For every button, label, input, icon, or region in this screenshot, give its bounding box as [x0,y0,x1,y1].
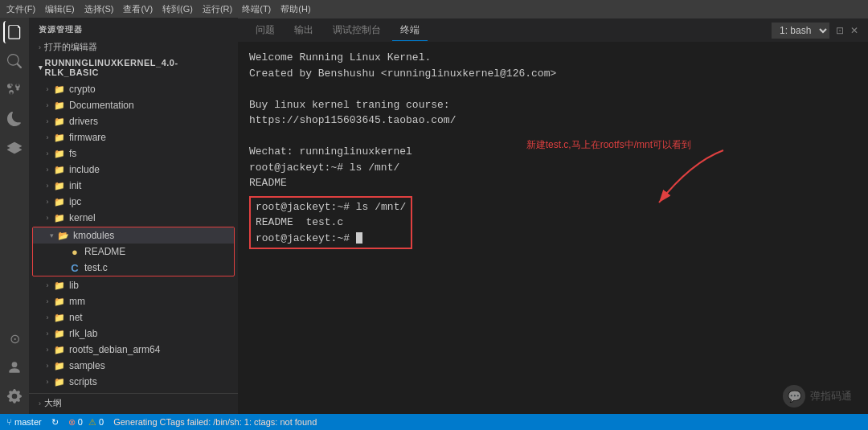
terminal-area[interactable]: Welcome Running Linux Kernel. Created by… [238,42,868,414]
terminal-line-9: README [249,175,857,191]
menu-file[interactable]: 文件(F) [6,3,35,15]
terminal-close-icon[interactable]: ✕ [850,25,858,36]
terminal-maximize-icon[interactable]: ⊡ [836,25,844,36]
root-folder[interactable]: ▾ RUNNINGLINUXKERNEL_4.0-RLK_BASIC [29,55,238,80]
kmodules-highlight-box: ▾ 📂 kmodules ● README C test.c [32,227,235,276]
tree-item-ipc[interactable]: › 📁 ipc [29,194,238,210]
tree-label-crypto: crypto [69,84,96,95]
folder-icon-init: 📁 [53,179,66,192]
tree-item-kernel[interactable]: › 📁 kernel [29,210,238,226]
menu-view[interactable]: 查看(V) [123,3,153,15]
tree-arrow-mm: › [42,297,53,305]
dagang-label: 大纲 [44,397,62,409]
tree-arrow-documentation: › [42,101,53,109]
folder-icon-firmware: 📁 [53,131,66,144]
menu-select[interactable]: 选择(S) [84,3,114,15]
tree-label-samples: samples [69,360,105,371]
folder-icon-crypto: 📁 [53,83,66,96]
open-editors-section[interactable]: › 打开的编辑器 [29,39,238,55]
tree-label-firmware: firmware [69,132,106,143]
tree-label-ipc: ipc [69,196,81,207]
menu-run[interactable]: 运行(R) [203,3,232,15]
menu-terminal[interactable]: 终端(T) [242,3,271,15]
file-tree: › 📁 crypto › 📁 Documentation › 📁 drivers [29,80,238,414]
folder-icon-samples: 📁 [53,359,66,372]
open-editors-arrow: › [39,43,41,51]
folder-icon-rootfs: 📁 [53,343,66,356]
tree-label-fs: fs [69,148,76,159]
tree-item-fs[interactable]: › 📁 fs [29,145,238,162]
terminal-highlight-line-3: root@jackeyt:~# [256,231,406,247]
sidebar-section-dagang[interactable]: › 大纲 [29,393,238,412]
menu-help[interactable]: 帮助(H) [280,3,310,15]
annotation-arrow [643,146,739,211]
folder-icon-fs: 📁 [53,147,66,160]
folder-icon-lib: 📁 [53,279,66,292]
tree-label-rootfs: rootfs_debian_arm64 [69,344,160,355]
tree-item-testc[interactable]: C test.c [33,260,234,276]
tree-label-testc: test.c [84,262,108,273]
tree-item-net[interactable]: › 📁 net [29,309,238,326]
panel-right: 1: bash ⊡ ✕ [772,23,858,39]
open-editors-label: 打开的编辑器 [44,41,97,53]
folder-icon-kmodules: 📂 [57,229,70,242]
highlighted-terminal-box: root@jackeyt:~# ls /mnt/ README test.c r… [249,196,412,250]
settings-activity-icon[interactable] [3,385,26,407]
tree-item-init[interactable]: › 📁 init [29,178,238,194]
activity-bar-bottom: ⊙ [3,327,26,414]
tree-arrow-rlklab: › [42,330,53,338]
error-count[interactable]: ⊗ 0 ⚠ 0 [68,417,104,428]
tree-arrow-rootfs: › [42,346,53,354]
brand-icon: 💬 [783,385,805,407]
tab-output[interactable]: 输出 [286,20,321,41]
tree-item-documentation[interactable]: › 📁 Documentation [29,97,238,113]
tree-label-include: include [69,164,100,175]
root-folder-arrow: ▾ [39,63,43,72]
tree-item-firmware[interactable]: › 📁 firmware [29,129,238,145]
tab-terminal[interactable]: 终端 [392,20,428,41]
git-branch[interactable]: ⑂ master [6,417,42,427]
tree-item-rootfs[interactable]: › 📁 rootfs_debian_arm64 [29,342,238,358]
tree-item-include[interactable]: › 📁 include [29,162,238,178]
sidebar-title: 资源管理器 [29,18,238,39]
tree-arrow-drivers: › [42,117,53,125]
folder-icon-include: 📁 [53,163,66,176]
tree-label-documentation: Documentation [69,100,134,111]
folder-icon-documentation: 📁 [53,99,66,112]
tab-problems[interactable]: 问题 [248,20,283,41]
debug-activity-icon[interactable] [3,108,26,130]
account-activity-icon[interactable] [3,356,26,379]
title-bar: 文件(F) 编辑(E) 选择(S) 查看(V) 转到(G) 运行(R) 终端(T… [0,0,868,18]
extensions-activity-icon[interactable] [3,137,26,159]
folder-icon-net: 📁 [53,311,66,324]
menu-edit[interactable]: 编辑(E) [45,3,75,15]
search-activity-icon[interactable] [3,50,26,72]
files-activity-icon[interactable] [3,21,26,43]
tree-arrow-init: › [42,182,53,190]
terminal-line-4: Buy linux kernel traning course: [249,97,857,113]
tree-item-rlklab[interactable]: › 📁 rlk_lab [29,326,238,342]
root-folder-label: RUNNINGLINUXKERNEL_4.0-RLK_BASIC [45,58,229,77]
menu-bar[interactable]: 文件(F) 编辑(E) 选择(S) 查看(V) 转到(G) 运行(R) 终端(T… [6,3,311,15]
tree-arrow-firmware: › [42,133,53,141]
tree-arrow-kernel: › [42,214,53,222]
tree-item-samples[interactable]: › 📁 samples [29,358,238,374]
tree-item-scripts[interactable]: › 📁 scripts [29,374,238,390]
menu-goto[interactable]: 转到(G) [162,3,193,15]
tree-item-readme[interactable]: ● README [33,244,234,260]
tree-item-kmodules[interactable]: ▾ 📂 kmodules [33,227,234,244]
tree-label-rlklab: rlk_lab [69,328,97,339]
tree-item-lib[interactable]: › 📁 lib [29,277,238,293]
tree-arrow-net: › [42,313,53,321]
tree-label-net: net [69,312,83,323]
tree-item-crypto[interactable]: › 📁 crypto [29,81,238,97]
status-message: Generating CTags failed: /bin/sh: 1: cta… [113,417,317,427]
terminal-select[interactable]: 1: bash [772,23,829,39]
tree-item-drivers[interactable]: › 📁 drivers [29,113,238,129]
remote-activity-icon[interactable]: ⊙ [3,327,26,350]
sync-icon[interactable]: ↻ [51,417,59,428]
tree-item-mm[interactable]: › 📁 mm [29,293,238,309]
file-icon-readme: ● [68,245,81,258]
tab-debug-console[interactable]: 调试控制台 [325,20,389,41]
source-control-activity-icon[interactable] [3,79,26,101]
